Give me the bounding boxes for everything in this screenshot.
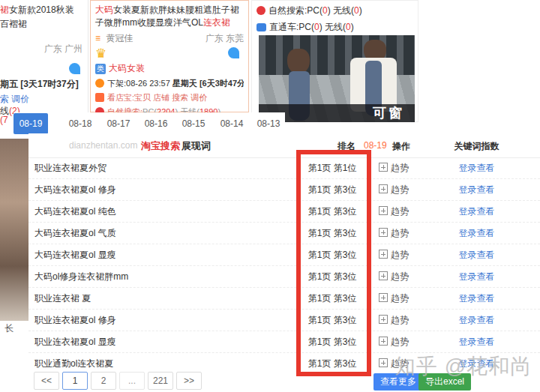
seller-row: ≡ 黄冠佳 广东 东莞 — [95, 32, 244, 44]
tab-08-18[interactable]: 08-18 — [63, 113, 98, 134]
product-title-line2: 百褶裙 — [0, 18, 27, 31]
trend-chart-icon — [379, 337, 388, 346]
tab-08-14[interactable]: 08-14 — [214, 113, 249, 134]
keyword: 职业连衣裙 夏 — [34, 288, 91, 309]
trend-chart-icon — [379, 184, 388, 193]
kandianbao-links[interactable]: 宝贝 店铺 搜索 调价 — [134, 93, 207, 102]
product-title: 裙女新款2018秋装 — [0, 4, 88, 16]
trend-link[interactable]: 趋势 — [379, 179, 409, 200]
category-row: 类大码女装 — [95, 62, 244, 75]
seller-name: 黄冠佳 — [106, 33, 133, 43]
menu-icon: ≡ — [95, 33, 100, 43]
date-tabbar: 08-19 08-18 08-17 08-16 08-15 08-14 08-1… — [14, 112, 285, 135]
background-text-fragment: 长 — [4, 322, 14, 335]
keyword: 职业连衣裙夏ol 显瘦 — [34, 331, 116, 352]
trend-link[interactable]: 趋势 — [379, 310, 409, 331]
product-title: 大码女装夏新款胖妹妹腰粗遮肚子裙子微胖mm收腰显瘦洋气OL连衣裙 — [95, 4, 244, 29]
keyword: 职业连衣裙夏ol 修身 — [34, 310, 116, 331]
badge-row: ♛ — [95, 46, 244, 61]
cut-red-text: (7 — [0, 115, 8, 125]
keyword: 职业通勤ol连衣裙夏 — [34, 353, 113, 374]
tab-08-15[interactable]: 08-15 — [176, 113, 211, 134]
rank-value: 第1页 第3位 — [291, 266, 374, 287]
kandianbao-row: 看店宝:宝贝 店铺 搜索 调价 — [95, 92, 244, 103]
table-row: 职业连衣裙夏ol 显瘦 第1页 第3位 趋势 登录查看 — [28, 331, 540, 353]
watermark: 知乎 @花和尚 — [394, 352, 532, 381]
login-to-view-link[interactable]: 登录查看 — [434, 157, 520, 178]
trend-chart-icon — [379, 250, 388, 259]
rank-value: 第1页 第3位 — [291, 201, 374, 222]
trend-link[interactable]: 趋势 — [379, 223, 409, 244]
login-to-view-link[interactable]: 登录查看 — [434, 266, 520, 287]
trend-link[interactable]: 趋势 — [379, 244, 409, 265]
tab-08-19[interactable]: 08-19 — [14, 113, 48, 134]
table-row: 职业连衣裙夏ol 修身 第1页 第3位 趋势 登录查看 — [28, 310, 540, 331]
keyword: 大码ol修身连衣裙胖mm — [34, 266, 128, 287]
trend-chart-icon — [379, 271, 388, 280]
product-card-left: 裙女新款2018秋装 百褶裙 广东 广州 期五 [3天17时37分] 索 调价 … — [0, 0, 88, 112]
login-to-view-link[interactable]: 登录查看 — [434, 244, 520, 265]
trend-chart-icon — [379, 163, 388, 172]
rank-value: 第1页 第3位 — [291, 310, 374, 331]
train-car-icon — [256, 23, 266, 31]
crown-icon: ♛ — [95, 46, 106, 61]
login-to-view-link[interactable]: 登录查看 — [434, 331, 520, 352]
clock-icon — [95, 79, 104, 88]
table-row: 大码连衣裙夏ol 显瘦 第1页 第3位 趋势 登录查看 — [28, 244, 540, 266]
site-domain: dianzhentan.com — [69, 140, 137, 151]
category-tag-icon: 类 — [95, 64, 106, 74]
train-row: 直通车:PC(0) 无线(0) — [256, 21, 413, 34]
product-card-middle: 大码女装夏新款胖妹妹腰粗遮肚子裙子微胖mm收腰显瘦洋气OL连衣裙 ≡ 黄冠佳 广… — [90, 0, 249, 112]
login-to-view-link[interactable]: 登录查看 — [434, 288, 520, 309]
keyword: 大码连衣裙夏ol 纯色 — [34, 201, 116, 222]
login-to-view-link[interactable]: 登录查看 — [434, 310, 520, 331]
table-header: dianzhentan.com 淘宝搜索 展现词 排名 08-19 操作 关键词… — [28, 133, 540, 158]
tab-08-16[interactable]: 08-16 — [139, 113, 173, 134]
product-photo: 可窗 — [259, 35, 415, 122]
keyword: 大码连衣裙夏ol 显瘦 — [34, 244, 116, 265]
rank-value: 第1页 第1位 — [291, 157, 374, 178]
offshelf-row: 下架:08-26 23:57 星期天 [6天3时47分] — [95, 78, 244, 89]
col-index: 关键词指数 — [434, 140, 520, 153]
trend-chart-icon — [379, 358, 388, 367]
table-row: 职业连衣裙 夏 第1页 第3位 趋势 登录查看 — [28, 288, 540, 310]
trend-link[interactable]: 趋势 — [379, 157, 409, 178]
page-1-button[interactable]: 1 — [62, 372, 88, 390]
trend-chart-icon — [379, 228, 388, 237]
category-value[interactable]: 大码女装 — [109, 63, 145, 73]
chat-bubble-icon[interactable] — [228, 47, 239, 58]
page-next-button[interactable]: >> — [176, 372, 202, 390]
keyword: 大码连衣裙夏ol 气质 — [34, 223, 116, 244]
trend-link[interactable]: 趋势 — [379, 331, 409, 352]
col-rank: 排名 — [338, 140, 356, 153]
trend-link[interactable]: 趋势 — [379, 266, 409, 287]
kandianbao-icon — [95, 93, 104, 102]
natural-search-icon — [256, 6, 266, 15]
table-row: 大码连衣裙夏ol 纯色 第1页 第3位 趋势 登录查看 — [28, 201, 540, 223]
table-row: 大码连衣裙夏ol 气质 第1页 第3位 趋势 登录查看 — [28, 223, 540, 244]
trend-link[interactable]: 趋势 — [379, 201, 409, 222]
background-photo-strip — [0, 139, 28, 321]
page-2-button[interactable]: 2 — [91, 372, 116, 390]
app-screenshot: 裙女新款2018秋装 百褶裙 广东 广州 期五 [3天17时37分] 索 调价 … — [0, 0, 540, 392]
login-to-view-link[interactable]: 登录查看 — [434, 201, 520, 222]
rank-value: 第1页 第3位 — [291, 179, 374, 200]
col-date: 08-19 — [364, 140, 387, 151]
login-to-view-link[interactable]: 登录查看 — [434, 223, 520, 244]
natural-search-row: 自然搜索:PC(0) 无线(0) — [256, 4, 413, 17]
seller-location: 广东 广州 — [0, 43, 82, 55]
page-221-button[interactable]: 221 — [148, 372, 173, 390]
login-to-view-link[interactable]: 登录查看 — [434, 179, 520, 200]
tab-08-13[interactable]: 08-13 — [251, 113, 286, 134]
tab-08-17[interactable]: 08-17 — [101, 113, 136, 134]
table-row: 大码ol修身连衣裙胖mm 第1页 第3位 趋势 登录查看 — [28, 266, 540, 288]
trend-chart-icon — [379, 293, 388, 302]
trend-link[interactable]: 趋势 — [379, 288, 409, 309]
tool-links[interactable]: 索 调价 — [0, 93, 29, 106]
keyword: 大码连衣裙夏ol 修身 — [34, 179, 116, 200]
chat-bubble-icon[interactable] — [69, 63, 80, 74]
header-brand: 淘宝搜索 — [141, 139, 180, 153]
page-prev-button[interactable]: << — [34, 372, 59, 390]
rank-value: 第1页 第3位 — [291, 244, 374, 265]
rank-value: 第1页 第3位 — [291, 288, 374, 309]
